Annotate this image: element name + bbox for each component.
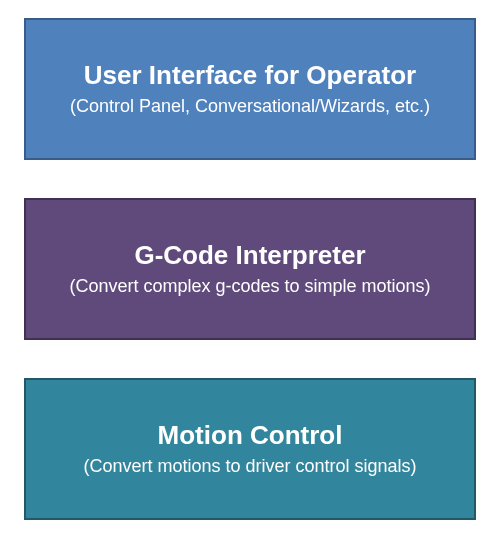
ui-operator-title: User Interface for Operator: [84, 60, 416, 91]
motion-control-subtitle: (Convert motions to driver control signa…: [83, 455, 416, 478]
ui-operator-subtitle: (Control Panel, Conversational/Wizards, …: [70, 95, 430, 118]
gcode-interpreter-title: G-Code Interpreter: [134, 240, 365, 271]
motion-control-block: Motion Control (Convert motions to drive…: [24, 378, 476, 520]
gcode-interpreter-subtitle: (Convert complex g-codes to simple motio…: [69, 275, 430, 298]
ui-operator-block: User Interface for Operator (Control Pan…: [24, 18, 476, 160]
gcode-interpreter-block: G-Code Interpreter (Convert complex g-co…: [24, 198, 476, 340]
motion-control-title: Motion Control: [158, 420, 343, 451]
